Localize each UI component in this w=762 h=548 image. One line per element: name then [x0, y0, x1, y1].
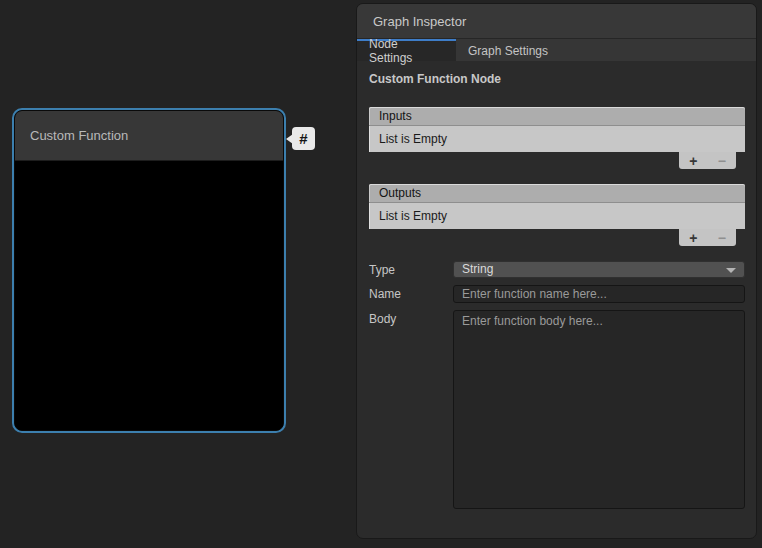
- outputs-list-buttons: + −: [679, 229, 736, 246]
- outputs-remove-button[interactable]: −: [718, 231, 726, 245]
- inputs-list: Inputs List is Empty + −: [369, 107, 745, 169]
- type-field-row: Type String: [369, 261, 745, 278]
- body-label: Body: [369, 310, 453, 326]
- inputs-list-empty-row: List is Empty: [369, 126, 745, 152]
- inputs-list-buttons: + −: [679, 152, 736, 169]
- node-hash-badge[interactable]: #: [292, 127, 315, 150]
- node-preview-body: [15, 161, 283, 430]
- panel-title-bar[interactable]: Graph Inspector: [357, 4, 756, 39]
- node-title: Custom Function: [30, 128, 128, 143]
- outputs-list: Outputs List is Empty + −: [369, 184, 745, 246]
- custom-function-node[interactable]: Custom Function: [14, 110, 284, 431]
- graph-inspector-panel: Graph Inspector Node Settings Graph Sett…: [356, 3, 757, 539]
- section-heading: Custom Function Node: [369, 72, 745, 86]
- tab-node-settings[interactable]: Node Settings: [357, 39, 456, 61]
- name-label: Name: [369, 285, 453, 301]
- type-label: Type: [369, 261, 453, 277]
- outputs-add-button[interactable]: +: [689, 231, 697, 245]
- outputs-list-empty-row: List is Empty: [369, 203, 745, 229]
- chevron-down-icon: [726, 268, 736, 273]
- inputs-list-header: Inputs: [369, 107, 745, 126]
- outputs-list-footer: + −: [369, 229, 745, 246]
- inputs-remove-button[interactable]: −: [718, 154, 726, 168]
- panel-title: Graph Inspector: [373, 14, 466, 29]
- name-field-row: Name: [369, 285, 745, 303]
- inputs-list-footer: + −: [369, 152, 745, 169]
- inspector-content: Custom Function Node Inputs List is Empt…: [357, 61, 756, 509]
- tab-node-settings-label: Node Settings: [369, 37, 444, 65]
- tab-graph-settings-label: Graph Settings: [468, 44, 548, 58]
- tab-graph-settings[interactable]: Graph Settings: [456, 39, 560, 61]
- type-dropdown[interactable]: String: [453, 261, 745, 278]
- outputs-list-header: Outputs: [369, 184, 745, 203]
- node-title-bar[interactable]: Custom Function: [15, 111, 283, 161]
- inspector-tab-bar: Node Settings Graph Settings: [357, 39, 756, 61]
- inputs-add-button[interactable]: +: [689, 154, 697, 168]
- function-name-input[interactable]: [453, 285, 745, 303]
- function-body-textarea[interactable]: [453, 310, 745, 509]
- type-dropdown-value: String: [462, 262, 493, 276]
- hash-icon: #: [299, 130, 307, 147]
- body-field-row: Body: [369, 310, 745, 509]
